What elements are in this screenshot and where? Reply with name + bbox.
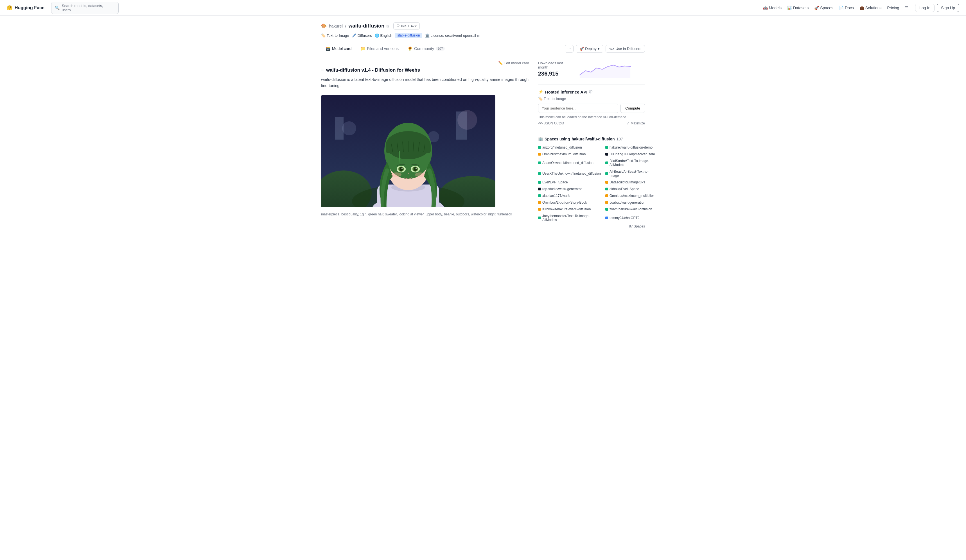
tag-task-link[interactable]: Text-to-Image — [327, 33, 349, 38]
tag-task[interactable]: 🏷️ Text-to-Image — [321, 33, 349, 38]
tag-library[interactable]: 🖊️ Diffusers — [352, 33, 372, 38]
tab-model-card[interactable]: 🗃️ Model card — [321, 44, 356, 54]
tag-library-link[interactable]: Diffusers — [357, 33, 372, 38]
model-tags: 🏷️ Text-to-Image 🖊️ Diffusers 🌐 English … — [321, 33, 645, 38]
space-link[interactable]: tommy24/chatGPT2 — [610, 216, 640, 220]
nav-more[interactable]: ☰ — [905, 6, 909, 10]
search-bar[interactable]: 🔍 Search models, datasets, users... — [51, 2, 118, 14]
copy-icon[interactable]: ⎘ — [386, 24, 389, 28]
license-icon: 🏛️ — [425, 33, 430, 38]
space-link[interactable]: AI-Beast/Ai-Beast-Text-to-Image — [610, 170, 655, 177]
maximize-icon: ⤢ — [627, 121, 629, 125]
space-status-dot — [538, 146, 541, 149]
svg-point-31 — [416, 168, 417, 169]
space-link[interactable]: rdp-studio/waifu-generator — [542, 187, 582, 191]
space-item: Datasculptor/ImageGPT — [605, 180, 655, 185]
nav-spaces[interactable]: 🚀 Spaces — [814, 6, 833, 10]
model-image-svg — [321, 95, 495, 207]
space-link[interactable]: hakurei/waifu-diffusion-demo — [610, 146, 652, 149]
space-status-dot — [538, 181, 541, 184]
datasets-icon: 📊 — [787, 6, 792, 10]
space-item: BilalSardar/Text-To-image-AllModels — [605, 158, 655, 168]
space-status-dot — [605, 216, 608, 219]
brand-name: Hugging Face — [15, 5, 44, 10]
space-status-dot — [538, 172, 541, 175]
space-link[interactable]: UserXTheUnknown/finetuned_diffusion — [542, 172, 601, 175]
svg-point-32 — [391, 172, 401, 177]
nav-datasets[interactable]: 📊 Datasets — [787, 6, 808, 10]
json-output-link[interactable]: </> JSON Output — [538, 121, 564, 125]
space-item: zvam/hakurei-waifu-diffusion — [605, 206, 655, 212]
tab-actions: ⋯ 🚀 Deploy ▾ </> Use in Diffusers — [565, 45, 645, 52]
space-item: rdp-studio/waifu-generator — [538, 186, 601, 192]
space-status-dot — [605, 181, 608, 184]
edit-model-card-link[interactable]: ✏️ Edit model card — [498, 61, 529, 65]
space-link[interactable]: Kirokowa/hakurei-waifu-diffusion — [542, 207, 591, 211]
svg-point-3 — [342, 121, 356, 135]
space-link[interactable]: Datasculptor/ImageGPT — [610, 180, 646, 184]
tag-language-link[interactable]: English — [380, 33, 393, 38]
svg-point-30 — [401, 168, 402, 169]
space-link[interactable]: AdamOswald1/finetuned_diffusion — [542, 161, 593, 165]
more-button[interactable]: ⋯ — [565, 45, 573, 52]
login-button[interactable]: Log In — [915, 4, 935, 12]
community-badge: 107 — [436, 47, 445, 51]
nav-models[interactable]: 🤖 Models — [763, 6, 782, 10]
space-link[interactable]: xiaotian1171/waifu — [542, 194, 570, 198]
model-type-icon: 🎨 — [321, 23, 327, 29]
nav-pricing[interactable]: Pricing — [887, 6, 899, 10]
spaces-title: 🏢 Spaces using hakurei/waifu-diffusion 1… — [538, 137, 645, 141]
tag-language[interactable]: 🌐 English — [375, 33, 393, 38]
space-status-dot — [605, 153, 608, 156]
code-icon: </> — [609, 47, 614, 51]
use-diffusers-button[interactable]: </> Use in Diffusers — [606, 45, 645, 52]
tab-files[interactable]: 📁 Files and versions — [356, 44, 403, 54]
space-link[interactable]: akhaliq/Evel_Space — [610, 187, 639, 191]
space-link[interactable]: anzorq/finetuned_diffusion — [542, 146, 582, 149]
brand-logo[interactable]: 🤗 Hugging Face — [7, 5, 44, 10]
inference-section: ⚡ Hosted inference API ⓘ 🏷️ Text-to-Imag… — [538, 89, 645, 125]
space-item: tommy24/chatGPT2 — [605, 213, 655, 223]
spaces-section-icon: 🏢 — [538, 137, 543, 141]
nav-docs[interactable]: 📄 Docs — [839, 6, 854, 10]
svg-point-29 — [414, 167, 417, 171]
space-link[interactable]: Joeythemonster/Text-To-image-AllModels — [542, 214, 601, 222]
spaces-model-ref: hakurei/waifu-diffusion — [572, 137, 614, 141]
files-icon: 📁 — [360, 46, 365, 51]
inference-input[interactable] — [538, 104, 618, 113]
space-link[interactable]: LuChengTHU/dpmsolver_sdm — [610, 152, 655, 156]
model-owner[interactable]: hakurei — [329, 24, 343, 28]
space-item: xiaotian1171/waifu — [538, 193, 601, 198]
space-item: Omnibus/maximum_multiplier — [605, 193, 655, 198]
space-link[interactable]: Omnibus/maximum_diffusion — [542, 152, 586, 156]
task-icon: 🏷️ — [321, 33, 325, 38]
space-status-dot — [605, 208, 608, 211]
space-link[interactable]: Omnibus/maximum_multiplier — [610, 194, 654, 198]
space-item: anzorq/finetuned_diffusion — [538, 145, 601, 150]
space-link[interactable]: BilalSardar/Text-To-image-AllModels — [610, 159, 655, 167]
inference-note: This model can be loaded on the Inferenc… — [538, 115, 645, 119]
maximize-link[interactable]: ⤢ Maximize — [627, 121, 645, 125]
tag-stable-diffusion[interactable]: stable-diffusion — [395, 33, 422, 38]
downloads-section: Downloads last month 236,915 — [538, 61, 645, 78]
spaces-count: 107 — [616, 137, 623, 141]
space-link[interactable]: Evel/Evel_Space — [542, 180, 568, 184]
signup-button[interactable]: Sign Up — [937, 4, 959, 12]
space-status-dot — [605, 146, 608, 149]
space-item: UserXTheUnknown/finetuned_diffusion — [538, 169, 601, 178]
deploy-button[interactable]: 🚀 Deploy ▾ — [576, 45, 603, 52]
space-status-dot — [605, 172, 608, 175]
tab-community[interactable]: 🌻 Community 107 — [403, 44, 449, 54]
like-button[interactable]: ♡ like 1.47k — [393, 23, 419, 29]
compute-button[interactable]: Compute — [621, 104, 645, 113]
model-title: ≡ waifu-diffusion v1.4 - Diffusion for W… — [321, 67, 529, 73]
spaces-more-link[interactable]: + 87 Spaces — [538, 224, 645, 228]
space-link[interactable]: Omnibus/2-button-Story-Book — [542, 201, 587, 205]
content-area: ✏️ Edit model card ≡ waifu-diffusion v1.… — [321, 54, 645, 228]
space-status-dot — [605, 162, 608, 164]
space-link[interactable]: zvam/hakurei-waifu-diffusion — [610, 207, 652, 211]
space-link[interactable]: Joabutt/waifugeneration — [610, 201, 645, 205]
space-item: AI-Beast/Ai-Beast-Text-to-Image — [605, 169, 655, 178]
model-name: waifu-diffusion — [348, 23, 384, 29]
nav-solutions[interactable]: 💼 Solutions — [859, 6, 882, 10]
